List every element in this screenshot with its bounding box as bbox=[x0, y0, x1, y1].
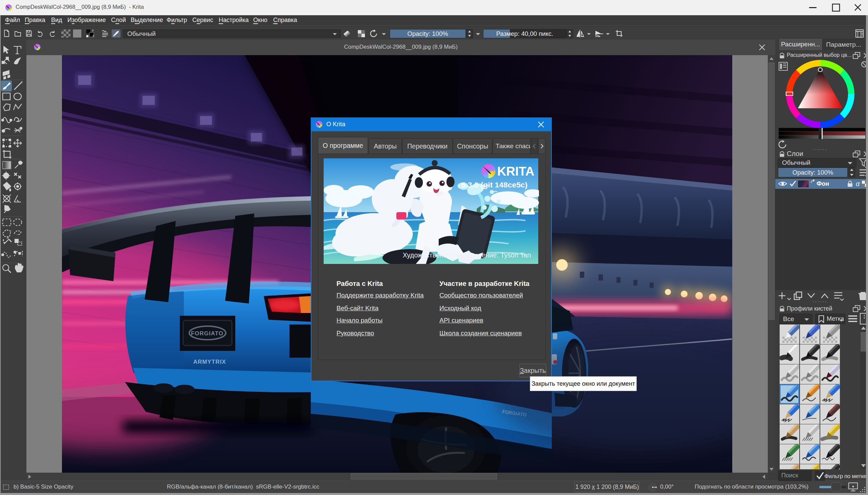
svg-text:ARMYTRIX: ARMYTRIX bbox=[193, 359, 226, 365]
svg-text:FORGIATO: FORGIATO bbox=[191, 330, 223, 337]
svg-text:KRITA: KRITA bbox=[497, 165, 535, 178]
svg-text:5.3.0 (git 148ce5c): 5.3.0 (git 148ce5c) bbox=[462, 180, 528, 189]
svg-text:Художественное оформление: Tys: Художественное оформление: Tyson Tan bbox=[403, 251, 531, 259]
